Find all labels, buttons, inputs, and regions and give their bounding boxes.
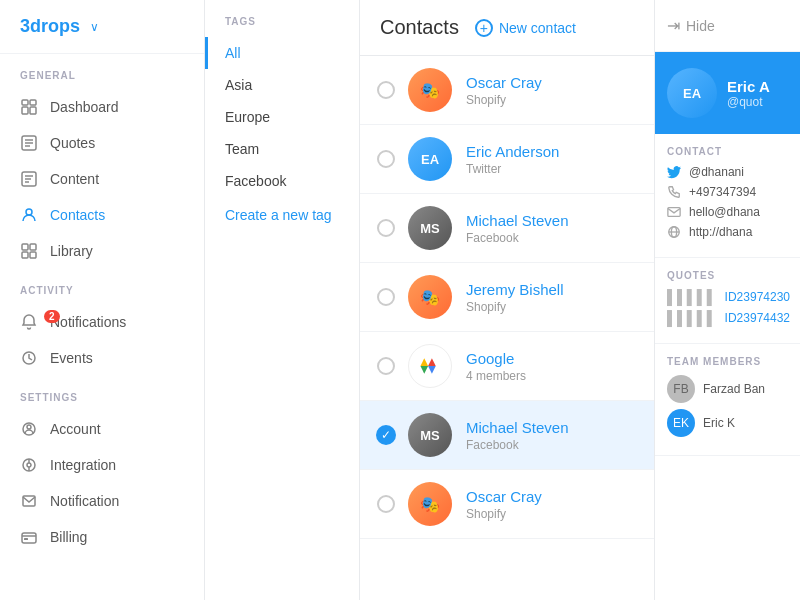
svg-rect-1 (30, 100, 36, 105)
sidebar-item-events[interactable]: Events (0, 340, 204, 376)
contact-row-3[interactable]: MS Michael Steven Facebook (360, 194, 654, 263)
avatar-7: 🎭 (408, 482, 452, 526)
contact-sub-1: Shopify (466, 93, 638, 107)
sidebar-item-content[interactable]: Content (0, 161, 204, 197)
contact-name-5: Google (466, 350, 638, 367)
contact-sub-3: Facebook (466, 231, 638, 245)
avatar-6: MS (408, 413, 452, 457)
contact-row-1[interactable]: 🎭 Oscar Cray Shopify (360, 56, 654, 125)
activity-section-label: ACTIVITY (0, 269, 204, 304)
contact-info-2: Eric Anderson Twitter (466, 143, 638, 176)
dashboard-icon (20, 98, 38, 116)
contact-web: http://dhana (667, 225, 788, 239)
checkbox-7[interactable] (376, 494, 396, 514)
checkbox-4[interactable] (376, 287, 396, 307)
svg-rect-13 (22, 244, 28, 250)
contact-row-4[interactable]: 🎭 Jeremy Bishell Shopify (360, 263, 654, 332)
sidebar-dashboard-label: Dashboard (50, 99, 119, 115)
contact-name-1: Oscar Cray (466, 74, 638, 91)
avatar-5 (408, 344, 452, 388)
detail-panel: ⇥ Hide EA Eric A @quot CONTACT @dhanani … (655, 0, 800, 600)
contacts-icon (20, 206, 38, 224)
notification-icon (20, 492, 38, 510)
contact-section: CONTACT @dhanani +497347394 hello@dhana … (655, 134, 800, 258)
contact-info-4: Jeremy Bishell Shopify (466, 281, 638, 314)
sidebar-notifications-label: Notifications (50, 314, 126, 330)
phone-value: +497347394 (689, 185, 756, 199)
team-section-label: TEAM MEMBERS (667, 356, 788, 367)
checkbox-2[interactable] (376, 149, 396, 169)
sidebar-integration-label: Integration (50, 457, 116, 473)
clock-icon (20, 349, 38, 367)
svg-rect-2 (22, 107, 28, 114)
web-icon (667, 225, 681, 239)
contact-row-6[interactable]: ✓ MS Michael Steven Facebook (360, 401, 654, 470)
bell-icon (20, 313, 38, 331)
tags-panel: TAGS All Asia Europe Team Facebook Creat… (205, 0, 360, 600)
contact-section-label: CONTACT (667, 146, 788, 157)
contact-row-7[interactable]: 🎭 Oscar Cray Shopify (360, 470, 654, 539)
svg-rect-24 (23, 496, 35, 506)
contacts-panel: Contacts + New contact 🎭 Oscar Cray Shop… (360, 0, 655, 600)
account-icon (20, 420, 38, 438)
svg-rect-16 (30, 252, 36, 258)
contact-phone: +497347394 (667, 185, 788, 199)
contact-info-3: Michael Steven Facebook (466, 212, 638, 245)
sidebar-item-notifications[interactable]: 2 Notifications (0, 304, 204, 340)
contact-row-2[interactable]: EA Eric Anderson Twitter (360, 125, 654, 194)
sidebar-item-quotes[interactable]: Quotes (0, 125, 204, 161)
create-tag-link[interactable]: Create a new tag (205, 197, 359, 233)
checkbox-6[interactable]: ✓ (376, 425, 396, 445)
contact-name-6: Michael Steven (466, 419, 638, 436)
quote-row-2: ▌▌▌▌▌ ID23974432 (667, 310, 788, 326)
integration-icon (20, 456, 38, 474)
contacts-header: Contacts + New contact (360, 0, 654, 56)
tag-item-team[interactable]: Team (205, 133, 359, 165)
sidebar-notification-label: Notification (50, 493, 119, 509)
sidebar-header[interactable]: 3drops ∨ (0, 0, 204, 54)
brand-arrow: ∨ (90, 20, 99, 34)
sidebar-events-label: Events (50, 350, 93, 366)
svg-rect-28 (668, 208, 680, 217)
svg-point-12 (26, 209, 32, 215)
plus-icon: + (475, 19, 493, 37)
checkbox-5[interactable] (376, 356, 396, 376)
contact-sub-7: Shopify (466, 507, 638, 521)
quote-id-1: ID23974230 (725, 290, 790, 304)
svg-rect-15 (22, 252, 28, 258)
content-icon (20, 170, 38, 188)
email-value: hello@dhana (689, 205, 760, 219)
tag-item-asia[interactable]: Asia (205, 69, 359, 101)
sidebar-item-library[interactable]: Library (0, 233, 204, 269)
team-member-1: FB Farzad Ban (667, 375, 788, 403)
sidebar-item-billing[interactable]: Billing (0, 519, 204, 555)
new-contact-button[interactable]: + New contact (475, 19, 576, 37)
hide-button[interactable]: ⇥ Hide (655, 0, 800, 52)
contact-name-2: Eric Anderson (466, 143, 638, 160)
sidebar-item-notification[interactable]: Notification (0, 483, 204, 519)
sidebar: 3drops ∨ GENERAL Dashboard Quotes (0, 0, 205, 600)
checkbox-3[interactable] (376, 218, 396, 238)
avatar-4: 🎭 (408, 275, 452, 319)
tag-item-all[interactable]: All (205, 37, 359, 69)
team-avatar-2: EK (667, 409, 695, 437)
tag-item-facebook[interactable]: Facebook (205, 165, 359, 197)
contact-name-7: Oscar Cray (466, 488, 638, 505)
twitter-value: @dhanani (689, 165, 744, 179)
checkbox-1[interactable] (376, 80, 396, 100)
contact-info-7: Oscar Cray Shopify (466, 488, 638, 521)
sidebar-item-dashboard[interactable]: Dashboard (0, 89, 204, 125)
general-section-label: GENERAL (0, 54, 204, 89)
contact-sub-5: 4 members (466, 369, 638, 383)
quotes-section-label: QUOTES (667, 270, 788, 281)
team-member-2: EK Eric K (667, 409, 788, 437)
contact-row-5[interactable]: Google 4 members (360, 332, 654, 401)
sidebar-item-contacts[interactable]: Contacts (0, 197, 204, 233)
contacts-title: Contacts (380, 16, 459, 39)
contact-twitter: @dhanani (667, 165, 788, 179)
sidebar-item-account[interactable]: Account (0, 411, 204, 447)
svg-rect-3 (30, 107, 36, 114)
tag-item-europe[interactable]: Europe (205, 101, 359, 133)
contact-name-4: Jeremy Bishell (466, 281, 638, 298)
sidebar-item-integration[interactable]: Integration (0, 447, 204, 483)
